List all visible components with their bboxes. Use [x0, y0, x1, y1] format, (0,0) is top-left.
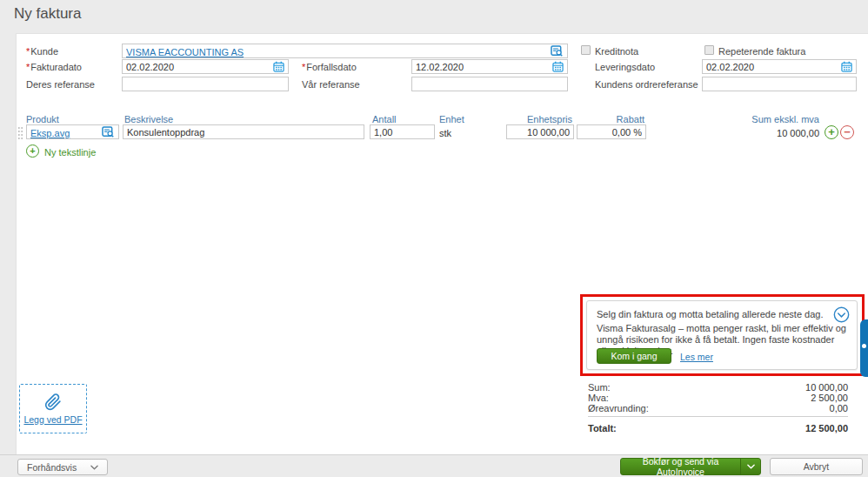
add-text-line-icon[interactable]: +	[26, 144, 39, 158]
total-label: Totalt:	[588, 423, 617, 433]
side-panel-tab[interactable]	[860, 319, 868, 377]
customer-order-reference-label: Kundens ordrereferanse	[595, 79, 698, 90]
column-header-description: Beskrivelse	[124, 114, 173, 124]
their-reference-input[interactable]	[122, 77, 289, 91]
column-header-sum-excl-vat: Sum ekskl. mva	[706, 114, 819, 124]
customer-order-reference-input[interactable]	[702, 77, 857, 91]
post-and-send-button[interactable]: Bokfør og send via AutoInvoice	[620, 458, 761, 475]
credit-note-checkbox[interactable]	[581, 45, 591, 55]
post-and-send-label: Bokfør og send via AutoInvoice	[621, 456, 740, 477]
line-sum-value: 10 000,00	[706, 128, 819, 138]
column-header-product: Produkt	[26, 114, 59, 124]
quantity-input[interactable]	[370, 124, 435, 139]
column-header-unit-price: Enhetspris	[487, 114, 572, 124]
total-value: 12 500,00	[674, 423, 848, 433]
chevron-down-icon	[90, 465, 98, 470]
product-field[interactable]: Eksp.avg	[26, 124, 119, 139]
sum-value: 10 000,00	[674, 382, 848, 393]
customer-link[interactable]: VISMA EACCOUNTING AS	[126, 47, 244, 57]
unit-price-input[interactable]	[506, 124, 574, 139]
page-title: Ny faktura	[14, 5, 81, 23]
paperclip-icon	[44, 393, 62, 411]
invoice-date-label: *Fakturadato	[26, 62, 82, 72]
due-date-calendar-icon[interactable]	[552, 61, 564, 72]
chevron-down-circle-icon[interactable]	[833, 306, 850, 323]
our-reference-label: Vår referanse	[302, 79, 360, 90]
cancel-button[interactable]: Avbryt	[770, 458, 863, 475]
totals-divider	[588, 416, 848, 417]
invoice-date-input[interactable]	[122, 59, 289, 74]
vat-label: Mva:	[588, 393, 609, 403]
new-invoice-page: Ny faktura *Kunde VISMA EACCOUNTING AS K…	[0, 0, 868, 477]
attach-pdf-button[interactable]: Legg ved PDF	[19, 384, 87, 433]
promo-headline: Selg din faktura og motta betaling aller…	[597, 309, 824, 319]
get-started-button[interactable]: Kom i gang	[597, 348, 671, 364]
read-more-link[interactable]: Les mer	[680, 352, 713, 362]
invoice-date-calendar-icon[interactable]	[273, 61, 284, 72]
their-reference-label: Deres referanse	[26, 79, 95, 90]
customer-label: *Kunde	[26, 46, 58, 57]
recurring-invoice-checkbox[interactable]	[704, 45, 714, 55]
remove-line-button[interactable]: −	[840, 125, 854, 139]
add-text-line-link[interactable]: Ny tekstlinje	[44, 147, 96, 158]
customer-lookup-icon[interactable]	[551, 45, 564, 57]
credit-note-label: Kreditnota	[595, 46, 638, 57]
our-reference-input[interactable]	[411, 77, 568, 91]
row-drag-handle[interactable]	[17, 126, 23, 139]
vat-value: 2 500,00	[674, 393, 848, 403]
unit-value: stk	[439, 128, 451, 138]
delivery-date-input[interactable]	[702, 59, 857, 74]
required-mark: *	[26, 46, 30, 57]
rounding-label: Øreavrunding:	[588, 403, 649, 413]
due-date-label: *Forfallsdato	[302, 62, 357, 72]
column-header-unit: Enhet	[439, 114, 464, 124]
discount-input[interactable]	[577, 124, 646, 139]
column-header-quantity: Antall	[372, 114, 397, 124]
side-panel-tab-icon	[862, 344, 866, 348]
customer-field[interactable]: VISMA EACCOUNTING AS	[122, 44, 568, 58]
attach-pdf-label: Legg ved PDF	[23, 414, 82, 425]
description-input[interactable]	[123, 124, 364, 139]
product-link[interactable]: Eksp.avg	[30, 128, 70, 138]
sum-label: Sum:	[588, 382, 611, 393]
due-date-input[interactable]	[411, 59, 568, 74]
delivery-date-label: Leveringsdato	[595, 62, 655, 72]
recurring-invoice-label: Repeterende faktura	[718, 46, 805, 57]
preview-button[interactable]: Forhåndsvis	[17, 459, 108, 475]
add-line-button[interactable]: +	[825, 125, 838, 139]
product-lookup-icon[interactable]	[102, 126, 115, 138]
footer-divider	[0, 454, 868, 455]
rounding-value: 0,00	[674, 403, 848, 413]
delivery-date-calendar-icon[interactable]	[841, 61, 852, 72]
column-header-discount: Rabatt	[577, 114, 644, 124]
post-and-send-dropdown[interactable]	[740, 459, 760, 474]
